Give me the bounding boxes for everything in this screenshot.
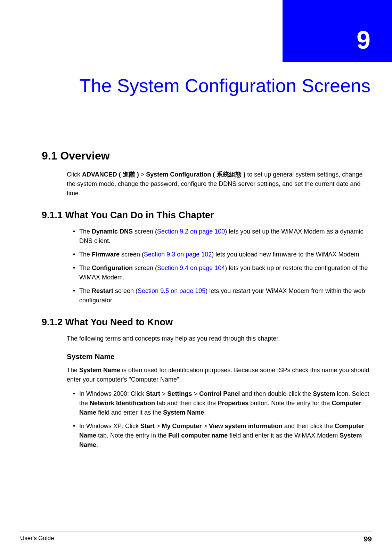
- ui-element: View system information: [209, 423, 283, 430]
- what-you-can-do-list: The Dynamic DNS screen (Section 9.2 on p…: [73, 227, 370, 305]
- cjk-text: 進階: [123, 171, 135, 178]
- text: screen (: [113, 287, 138, 294]
- text: >: [160, 390, 168, 397]
- section-9-1-heading: 9.1 Overview: [42, 149, 370, 162]
- cross-reference-link[interactable]: Section 9.3 on page 102: [144, 251, 212, 258]
- text: >: [155, 423, 162, 430]
- text: field and enter it as the WiMAX Modem: [228, 432, 340, 439]
- text: screen (: [133, 228, 157, 235]
- ui-element: Control Panel: [199, 390, 240, 397]
- ui-element: Settings: [168, 390, 192, 397]
- text: The: [79, 228, 92, 235]
- chapter-number: 9: [357, 26, 370, 54]
- list-item: The Configuration screen (Section 9.4 on…: [73, 263, 370, 282]
- text: screen (: [120, 251, 144, 258]
- term: System Name: [79, 367, 120, 374]
- section-9-1-1-heading: 9.1.1 What You Can Do in This Chapter: [42, 210, 370, 221]
- cross-reference-link[interactable]: Section 9.2 on page 100: [157, 228, 225, 235]
- system-name-subheading: System Name: [67, 352, 370, 361]
- cjk-text: 系統組態: [217, 171, 242, 178]
- chapter-tab: 9: [283, 0, 392, 62]
- text: .: [96, 441, 98, 448]
- windows-instructions-list: In Windows 2000: Click Start > Settings …: [73, 389, 370, 450]
- nav-system-configuration: System Configuration ( 系統組態 ): [146, 171, 245, 178]
- nav-advanced: ADVANCED ( 進階 ): [82, 171, 139, 178]
- ui-element: Network Identification: [90, 400, 155, 407]
- text: The: [79, 264, 92, 271]
- ui-element: My Computer: [162, 423, 202, 430]
- text: >: [202, 423, 209, 430]
- list-item: The Firmware screen (Section 9.3 on page…: [73, 250, 370, 259]
- ui-element: Properties: [218, 400, 248, 407]
- text: ) lets you upload new firmware to the Wi…: [212, 251, 361, 258]
- screen-name: Restart: [92, 287, 113, 294]
- chapter-title: The System Configuration Screens: [42, 74, 370, 97]
- ui-element: Start: [146, 390, 160, 397]
- text: >: [192, 390, 199, 397]
- text: Click: [67, 171, 82, 178]
- text: The: [79, 251, 92, 258]
- ui-element: Full computer name: [168, 432, 228, 439]
- screen-name: Dynamic DNS: [92, 228, 133, 235]
- cross-reference-link[interactable]: Section 9.5 on page 105: [138, 287, 205, 294]
- screen-name: Configuration: [92, 264, 133, 271]
- section-9-1-2-heading: 9.1.2 What You Need to Know: [42, 317, 370, 328]
- text: The: [67, 367, 79, 374]
- need-to-know-intro: The following terms and concepts may hel…: [67, 334, 370, 343]
- text: screen (: [133, 264, 157, 271]
- cross-reference-link[interactable]: Section 9.4 on page 104: [157, 264, 225, 271]
- footer-guide-label: User's Guide: [20, 535, 54, 543]
- page-footer: User's Guide 99: [20, 531, 372, 543]
- list-item: In Windows XP: Click Start > My Computer…: [73, 422, 370, 450]
- overview-paragraph: Click ADVANCED ( 進階 ) > System Configura…: [67, 170, 370, 198]
- text: The: [79, 287, 92, 294]
- text: button. Note the entry for the: [248, 400, 332, 407]
- page-number: 99: [364, 535, 372, 543]
- text: and then click the: [283, 423, 335, 430]
- system-name-paragraph: The System Name is often used for identi…: [67, 366, 370, 384]
- text: ): [135, 171, 139, 178]
- text: .: [204, 409, 206, 416]
- text: >: [139, 171, 146, 178]
- screen-name: Firmware: [92, 251, 120, 258]
- list-item: In Windows 2000: Click Start > Settings …: [73, 389, 370, 417]
- content-area: 9.1 Overview Click ADVANCED ( 進階 ) > Sys…: [42, 149, 370, 454]
- text: System Configuration (: [146, 171, 217, 178]
- document-page: 9 The System Configuration Screens 9.1 O…: [0, 0, 392, 555]
- list-item: The Restart screen (Section 9.5 on page …: [73, 286, 370, 305]
- ui-element: System: [313, 390, 335, 397]
- text: field and enter it as the: [96, 409, 163, 416]
- text: In Windows 2000: Click: [79, 390, 146, 397]
- text: and then double-click the: [240, 390, 313, 397]
- text: In Windows XP: Click: [79, 423, 140, 430]
- ui-element: System Name: [163, 409, 204, 416]
- ui-element: Start: [140, 423, 155, 430]
- text: ): [242, 171, 245, 178]
- text: tab and then click the: [155, 400, 218, 407]
- list-item: The Dynamic DNS screen (Section 9.2 on p…: [73, 227, 370, 246]
- text: tab. Note the entry in the: [96, 432, 168, 439]
- text: ADVANCED (: [82, 171, 123, 178]
